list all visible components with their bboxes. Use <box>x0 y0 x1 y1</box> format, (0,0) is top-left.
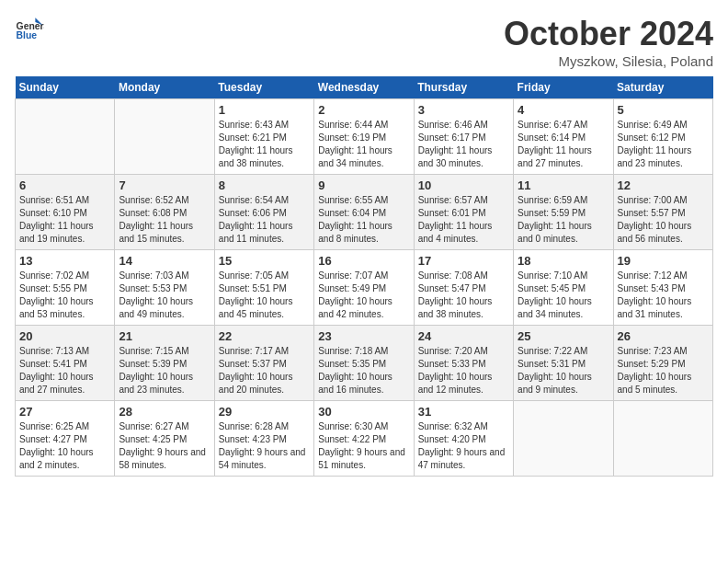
day-number: 20 <box>19 329 110 343</box>
calendar-cell: 16Sunrise: 7:07 AM Sunset: 5:49 PM Dayli… <box>314 250 414 326</box>
day-number: 23 <box>318 329 409 343</box>
day-info: Sunrise: 6:55 AM Sunset: 6:04 PM Dayligh… <box>318 194 409 246</box>
day-info: Sunrise: 7:23 AM Sunset: 5:29 PM Dayligh… <box>618 345 709 396</box>
weekday-header-thursday: Thursday <box>414 76 513 99</box>
day-number: 30 <box>318 405 409 419</box>
day-number: 15 <box>219 254 310 268</box>
weekday-header-tuesday: Tuesday <box>214 76 313 99</box>
calendar-cell: 5Sunrise: 6:49 AM Sunset: 6:12 PM Daylig… <box>613 99 712 175</box>
day-info: Sunrise: 6:51 AM Sunset: 6:10 PM Dayligh… <box>19 194 110 246</box>
logo-icon: General Blue <box>15 15 44 44</box>
logo: General Blue <box>15 15 44 44</box>
calendar-cell: 4Sunrise: 6:47 AM Sunset: 6:14 PM Daylig… <box>514 99 613 175</box>
day-number: 7 <box>119 178 210 192</box>
calendar-cell: 29Sunrise: 6:28 AM Sunset: 4:23 PM Dayli… <box>214 401 313 477</box>
day-number: 31 <box>418 405 509 419</box>
day-number: 6 <box>19 178 110 192</box>
day-info: Sunrise: 7:08 AM Sunset: 5:47 PM Dayligh… <box>418 270 509 321</box>
day-info: Sunrise: 7:05 AM Sunset: 5:51 PM Dayligh… <box>219 270 310 321</box>
title-block: October 2024 Myszkow, Silesia, Poland <box>504 15 713 69</box>
day-info: Sunrise: 7:13 AM Sunset: 5:41 PM Dayligh… <box>19 345 110 396</box>
calendar-cell: 6Sunrise: 6:51 AM Sunset: 6:10 PM Daylig… <box>16 175 115 250</box>
day-number: 17 <box>418 254 509 268</box>
day-info: Sunrise: 6:30 AM Sunset: 4:22 PM Dayligh… <box>318 420 409 472</box>
day-info: Sunrise: 7:07 AM Sunset: 5:49 PM Dayligh… <box>318 270 409 321</box>
day-number: 27 <box>19 405 110 419</box>
calendar-cell: 17Sunrise: 7:08 AM Sunset: 5:47 PM Dayli… <box>414 250 513 326</box>
calendar-cell: 2Sunrise: 6:44 AM Sunset: 6:19 PM Daylig… <box>314 99 414 175</box>
day-number: 12 <box>618 178 709 192</box>
day-number: 10 <box>418 178 509 192</box>
day-info: Sunrise: 6:59 AM Sunset: 5:59 PM Dayligh… <box>518 194 609 246</box>
calendar-cell: 28Sunrise: 6:27 AM Sunset: 4:25 PM Dayli… <box>115 401 214 477</box>
calendar-cell: 14Sunrise: 7:03 AM Sunset: 5:53 PM Dayli… <box>115 250 214 326</box>
calendar-cell: 24Sunrise: 7:20 AM Sunset: 5:33 PM Dayli… <box>414 326 513 401</box>
day-number: 14 <box>119 254 210 268</box>
calendar-cell: 19Sunrise: 7:12 AM Sunset: 5:43 PM Dayli… <box>613 250 712 326</box>
day-info: Sunrise: 7:17 AM Sunset: 5:37 PM Dayligh… <box>219 345 310 396</box>
calendar-cell: 30Sunrise: 6:30 AM Sunset: 4:22 PM Dayli… <box>314 401 414 477</box>
calendar-cell: 31Sunrise: 6:32 AM Sunset: 4:20 PM Dayli… <box>414 401 513 477</box>
calendar-cell: 15Sunrise: 7:05 AM Sunset: 5:51 PM Dayli… <box>214 250 313 326</box>
day-number: 4 <box>518 103 609 117</box>
day-info: Sunrise: 7:10 AM Sunset: 5:45 PM Dayligh… <box>518 270 609 321</box>
day-info: Sunrise: 7:02 AM Sunset: 5:55 PM Dayligh… <box>19 270 110 321</box>
day-number: 13 <box>19 254 110 268</box>
day-info: Sunrise: 7:15 AM Sunset: 5:39 PM Dayligh… <box>119 345 210 396</box>
weekday-header-sunday: Sunday <box>16 76 115 99</box>
day-info: Sunrise: 6:47 AM Sunset: 6:14 PM Dayligh… <box>518 119 609 170</box>
day-number: 2 <box>318 103 409 117</box>
weekday-header-wednesday: Wednesday <box>314 76 414 99</box>
day-number: 26 <box>618 329 709 343</box>
day-info: Sunrise: 7:03 AM Sunset: 5:53 PM Dayligh… <box>119 270 210 321</box>
day-number: 5 <box>618 103 709 117</box>
day-number: 24 <box>418 329 509 343</box>
calendar-cell: 12Sunrise: 7:00 AM Sunset: 5:57 PM Dayli… <box>613 175 712 250</box>
day-info: Sunrise: 6:32 AM Sunset: 4:20 PM Dayligh… <box>418 420 509 472</box>
day-number: 11 <box>518 178 609 192</box>
calendar-cell: 9Sunrise: 6:55 AM Sunset: 6:04 PM Daylig… <box>314 175 414 250</box>
day-info: Sunrise: 6:57 AM Sunset: 6:01 PM Dayligh… <box>418 194 509 246</box>
calendar-cell: 3Sunrise: 6:46 AM Sunset: 6:17 PM Daylig… <box>414 99 513 175</box>
day-info: Sunrise: 6:43 AM Sunset: 6:21 PM Dayligh… <box>219 119 310 170</box>
day-number: 1 <box>219 103 310 117</box>
day-number: 25 <box>518 329 609 343</box>
calendar-cell: 13Sunrise: 7:02 AM Sunset: 5:55 PM Dayli… <box>16 250 115 326</box>
calendar-cell: 22Sunrise: 7:17 AM Sunset: 5:37 PM Dayli… <box>214 326 313 401</box>
calendar-cell: 20Sunrise: 7:13 AM Sunset: 5:41 PM Dayli… <box>16 326 115 401</box>
svg-text:Blue: Blue <box>17 30 38 40</box>
page-header: General Blue October 2024 Myszkow, Siles… <box>15 15 713 69</box>
day-info: Sunrise: 6:27 AM Sunset: 4:25 PM Dayligh… <box>119 420 210 472</box>
month-title: October 2024 <box>504 15 713 53</box>
calendar-cell: 11Sunrise: 6:59 AM Sunset: 5:59 PM Dayli… <box>514 175 613 250</box>
calendar-cell <box>115 99 214 175</box>
weekday-header-friday: Friday <box>514 76 613 99</box>
day-info: Sunrise: 7:12 AM Sunset: 5:43 PM Dayligh… <box>618 270 709 321</box>
day-number: 28 <box>119 405 210 419</box>
calendar-cell: 10Sunrise: 6:57 AM Sunset: 6:01 PM Dayli… <box>414 175 513 250</box>
calendar-cell: 27Sunrise: 6:25 AM Sunset: 4:27 PM Dayli… <box>16 401 115 477</box>
day-number: 29 <box>219 405 310 419</box>
day-info: Sunrise: 6:52 AM Sunset: 6:08 PM Dayligh… <box>119 194 210 246</box>
calendar-cell <box>16 99 115 175</box>
calendar-cell: 26Sunrise: 7:23 AM Sunset: 5:29 PM Dayli… <box>613 326 712 401</box>
calendar-cell: 18Sunrise: 7:10 AM Sunset: 5:45 PM Dayli… <box>514 250 613 326</box>
calendar-cell <box>514 401 613 477</box>
day-number: 19 <box>618 254 709 268</box>
calendar-cell: 23Sunrise: 7:18 AM Sunset: 5:35 PM Dayli… <box>314 326 414 401</box>
day-number: 16 <box>318 254 409 268</box>
calendar-cell <box>613 401 712 477</box>
location: Myszkow, Silesia, Poland <box>504 53 713 69</box>
calendar-cell: 25Sunrise: 7:22 AM Sunset: 5:31 PM Dayli… <box>514 326 613 401</box>
weekday-header-monday: Monday <box>115 76 214 99</box>
day-number: 22 <box>219 329 310 343</box>
calendar-cell: 1Sunrise: 6:43 AM Sunset: 6:21 PM Daylig… <box>214 99 313 175</box>
day-number: 9 <box>318 178 409 192</box>
day-info: Sunrise: 6:44 AM Sunset: 6:19 PM Dayligh… <box>318 119 409 170</box>
day-info: Sunrise: 7:22 AM Sunset: 5:31 PM Dayligh… <box>518 345 609 396</box>
day-number: 18 <box>518 254 609 268</box>
day-number: 21 <box>119 329 210 343</box>
calendar-cell: 21Sunrise: 7:15 AM Sunset: 5:39 PM Dayli… <box>115 326 214 401</box>
day-info: Sunrise: 6:49 AM Sunset: 6:12 PM Dayligh… <box>618 119 709 170</box>
day-info: Sunrise: 7:20 AM Sunset: 5:33 PM Dayligh… <box>418 345 509 396</box>
